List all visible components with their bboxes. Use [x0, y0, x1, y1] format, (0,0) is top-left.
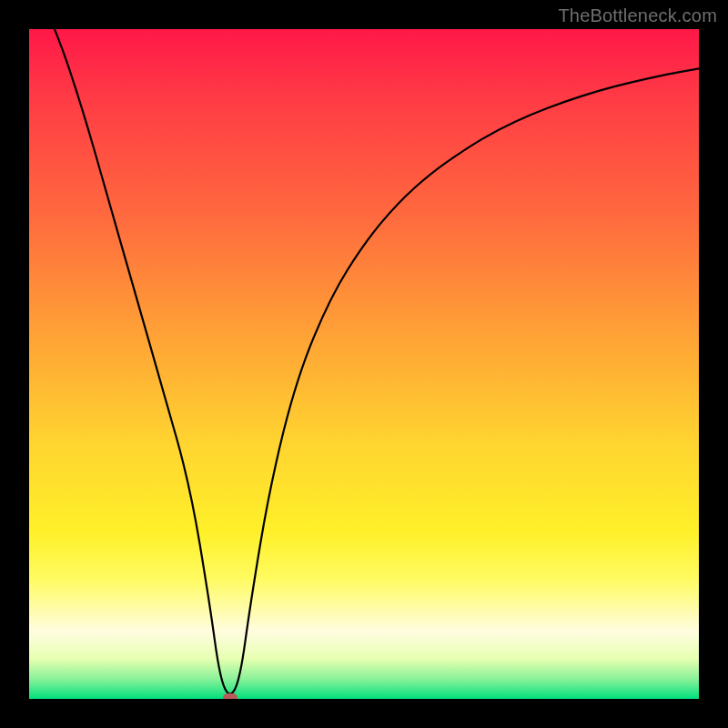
- bottleneck-curve-path: [29, 29, 699, 694]
- optimum-marker: [223, 693, 238, 699]
- chart-container: TheBottleneck.com: [0, 0, 728, 728]
- plot-area: [29, 29, 699, 699]
- watermark-text: TheBottleneck.com: [558, 5, 717, 26]
- curve-svg: [29, 29, 699, 699]
